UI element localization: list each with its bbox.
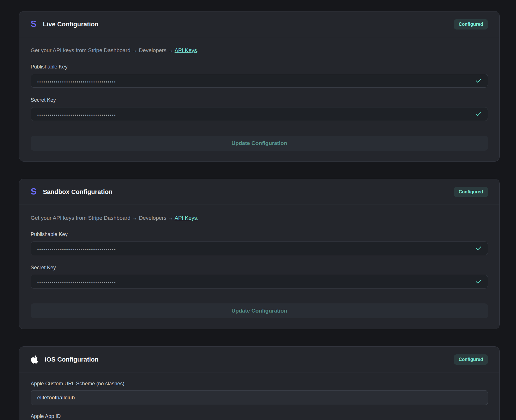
api-keys-link[interactable]: API Keys [175,47,197,53]
card-header: S Sandbox Configuration Configured [19,179,499,205]
card-header: iOS Configuration Configured [19,347,499,372]
status-badge: Configured [454,354,488,365]
secret-key-field [31,107,488,121]
description-text: Get your API keys from Stripe Dashboard … [31,47,175,53]
check-icon [475,77,482,85]
update-configuration-button[interactable]: Update Configuration [31,303,488,318]
apple-icon [31,355,38,364]
live-configuration-card: S Live Configuration Configured Get your… [19,11,500,162]
url-scheme-label: Apple Custom URL Scheme (no slashes) [31,380,488,387]
description-text: Get your API keys from Stripe Dashboard … [31,215,175,221]
status-badge: Configured [454,19,488,30]
card-header: S Live Configuration Configured [19,11,499,37]
status-badge: Configured [454,187,488,197]
card-body: Get your API keys from Stripe Dashboard … [19,37,499,162]
publishable-key-field [31,242,488,255]
card-body: Get your API keys from Stripe Dashboard … [19,205,499,329]
publishable-key-input[interactable] [31,242,488,255]
api-keys-description: Get your API keys from Stripe Dashboard … [31,214,488,222]
publishable-key-label: Publishable Key [31,64,488,70]
card-body: Apple Custom URL Scheme (no slashes) App… [19,372,499,420]
secret-key-input[interactable] [31,275,488,288]
secret-key-input[interactable] [31,107,488,121]
card-title: Sandbox Configuration [43,188,113,196]
settings-page: S Live Configuration Configured Get your… [0,0,516,420]
card-title: iOS Configuration [45,356,99,363]
check-icon [475,245,482,252]
ios-configuration-card: iOS Configuration Configured Apple Custo… [19,346,500,420]
check-icon [475,111,482,118]
api-keys-link[interactable]: API Keys [175,215,197,221]
description-suffix: . [197,47,198,53]
url-scheme-input[interactable] [31,390,488,405]
secret-key-field [31,275,488,288]
apple-app-id-label: Apple App ID [31,413,488,419]
update-configuration-button[interactable]: Update Configuration [31,136,488,151]
publishable-key-field [31,74,488,88]
secret-key-label: Secret Key [31,264,488,271]
publishable-key-input[interactable] [31,74,488,88]
publishable-key-label: Publishable Key [31,231,488,238]
check-icon [475,278,482,285]
url-scheme-field [31,390,488,405]
secret-key-label: Secret Key [31,97,488,103]
sandbox-configuration-card: S Sandbox Configuration Configured Get y… [19,179,500,329]
card-title: Live Configuration [43,21,99,28]
api-keys-description: Get your API keys from Stripe Dashboard … [31,46,488,54]
description-suffix: . [197,215,198,221]
stripe-s-icon: S [31,19,37,28]
stripe-s-icon: S [31,187,37,196]
